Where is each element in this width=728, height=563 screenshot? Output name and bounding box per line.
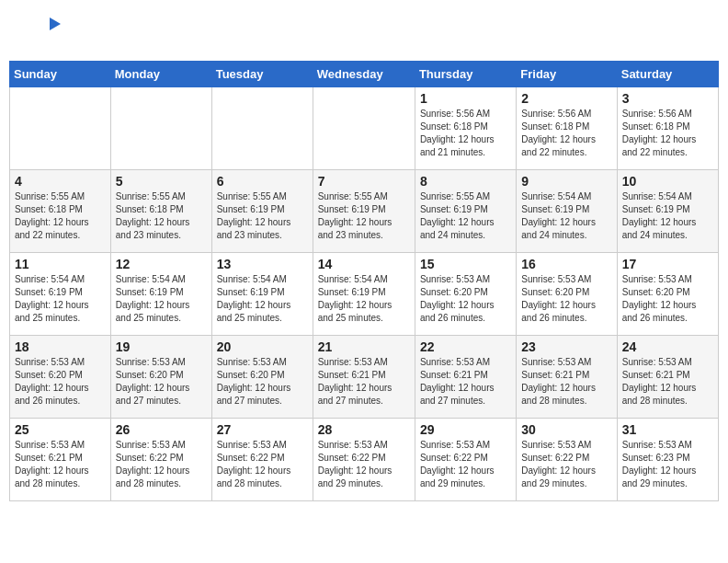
day-cell: 11Sunrise: 5:54 AM Sunset: 6:19 PM Dayli…: [10, 253, 111, 336]
day-info: Sunrise: 5:54 AM Sunset: 6:19 PM Dayligh…: [622, 190, 713, 242]
page-header: [9, 9, 719, 53]
week-row-3: 11Sunrise: 5:54 AM Sunset: 6:19 PM Dayli…: [10, 253, 719, 336]
day-info: Sunrise: 5:53 AM Sunset: 6:21 PM Dayligh…: [622, 356, 713, 408]
day-info: Sunrise: 5:56 AM Sunset: 6:18 PM Dayligh…: [420, 108, 511, 159]
day-info: Sunrise: 5:53 AM Sunset: 6:22 PM Dayligh…: [217, 439, 308, 490]
day-number: 24: [622, 339, 713, 354]
day-number: 23: [521, 339, 611, 354]
day-cell: 16Sunrise: 5:53 AM Sunset: 6:20 PM Dayli…: [517, 253, 617, 336]
day-number: 13: [217, 257, 308, 271]
day-info: Sunrise: 5:53 AM Sunset: 6:23 PM Dayligh…: [622, 439, 713, 490]
day-cell: 31Sunrise: 5:53 AM Sunset: 6:23 PM Dayli…: [617, 419, 718, 501]
day-number: 31: [622, 422, 713, 437]
day-info: Sunrise: 5:53 AM Sunset: 6:20 PM Dayligh…: [15, 356, 106, 408]
day-info: Sunrise: 5:53 AM Sunset: 6:20 PM Dayligh…: [116, 356, 207, 408]
day-number: 11: [15, 257, 106, 271]
day-info: Sunrise: 5:53 AM Sunset: 6:21 PM Dayligh…: [318, 356, 410, 408]
weekday-header-tuesday: Tuesday: [211, 62, 313, 87]
day-number: 6: [217, 174, 308, 189]
day-number: 25: [15, 422, 106, 437]
day-number: 30: [521, 422, 611, 437]
day-cell: 21Sunrise: 5:53 AM Sunset: 6:21 PM Dayli…: [313, 336, 415, 419]
day-cell: [313, 87, 415, 170]
day-cell: 6Sunrise: 5:55 AM Sunset: 6:19 PM Daylig…: [211, 170, 313, 253]
day-cell: 14Sunrise: 5:54 AM Sunset: 6:19 PM Dayli…: [313, 253, 415, 336]
day-info: Sunrise: 5:53 AM Sunset: 6:20 PM Dayligh…: [622, 273, 713, 325]
day-cell: 28Sunrise: 5:53 AM Sunset: 6:22 PM Dayli…: [313, 419, 415, 501]
day-number: 19: [116, 339, 207, 354]
day-number: 2: [521, 91, 611, 106]
day-info: Sunrise: 5:53 AM Sunset: 6:21 PM Dayligh…: [15, 439, 106, 490]
day-cell: 27Sunrise: 5:53 AM Sunset: 6:22 PM Dayli…: [211, 419, 313, 501]
day-number: 26: [116, 422, 207, 437]
day-info: Sunrise: 5:56 AM Sunset: 6:18 PM Dayligh…: [622, 108, 713, 159]
day-number: 7: [318, 174, 410, 189]
week-row-4: 18Sunrise: 5:53 AM Sunset: 6:20 PM Dayli…: [10, 336, 719, 419]
day-number: 10: [622, 174, 713, 189]
day-cell: [10, 87, 111, 170]
day-cell: 2Sunrise: 5:56 AM Sunset: 6:18 PM Daylig…: [517, 87, 617, 170]
day-number: 16: [521, 257, 611, 271]
day-number: 21: [318, 339, 410, 354]
day-number: 5: [116, 174, 207, 189]
day-number: 22: [420, 339, 511, 354]
week-row-1: 1Sunrise: 5:56 AM Sunset: 6:18 PM Daylig…: [10, 87, 719, 170]
day-number: 28: [318, 422, 410, 437]
day-number: 8: [420, 174, 511, 189]
day-cell: 17Sunrise: 5:53 AM Sunset: 6:20 PM Dayli…: [617, 253, 718, 336]
day-cell: 3Sunrise: 5:56 AM Sunset: 6:18 PM Daylig…: [617, 87, 718, 170]
day-cell: 24Sunrise: 5:53 AM Sunset: 6:21 PM Dayli…: [617, 336, 718, 419]
weekday-header-sunday: Sunday: [10, 62, 111, 87]
week-row-2: 4Sunrise: 5:55 AM Sunset: 6:18 PM Daylig…: [10, 170, 719, 253]
day-info: Sunrise: 5:53 AM Sunset: 6:22 PM Dayligh…: [116, 439, 207, 490]
day-cell: 1Sunrise: 5:56 AM Sunset: 6:18 PM Daylig…: [415, 87, 516, 170]
day-cell: 20Sunrise: 5:53 AM Sunset: 6:20 PM Dayli…: [211, 336, 313, 419]
day-info: Sunrise: 5:54 AM Sunset: 6:19 PM Dayligh…: [15, 273, 106, 325]
day-info: Sunrise: 5:53 AM Sunset: 6:21 PM Dayligh…: [521, 356, 611, 408]
day-info: Sunrise: 5:54 AM Sunset: 6:19 PM Dayligh…: [521, 190, 611, 242]
day-cell: 12Sunrise: 5:54 AM Sunset: 6:19 PM Dayli…: [110, 253, 211, 336]
day-info: Sunrise: 5:53 AM Sunset: 6:22 PM Dayligh…: [318, 439, 410, 490]
day-info: Sunrise: 5:54 AM Sunset: 6:19 PM Dayligh…: [318, 273, 410, 325]
day-cell: 23Sunrise: 5:53 AM Sunset: 6:21 PM Dayli…: [517, 336, 617, 419]
day-cell: 26Sunrise: 5:53 AM Sunset: 6:22 PM Dayli…: [110, 419, 211, 501]
day-number: 3: [622, 91, 713, 106]
day-cell: 15Sunrise: 5:53 AM Sunset: 6:20 PM Dayli…: [415, 253, 516, 336]
logo: [17, 13, 63, 50]
day-info: Sunrise: 5:53 AM Sunset: 6:20 PM Dayligh…: [420, 273, 511, 325]
day-number: 12: [116, 257, 207, 271]
day-number: 9: [521, 174, 611, 189]
day-info: Sunrise: 5:55 AM Sunset: 6:18 PM Dayligh…: [15, 190, 106, 242]
day-info: Sunrise: 5:54 AM Sunset: 6:19 PM Dayligh…: [217, 273, 308, 325]
day-number: 14: [318, 257, 410, 271]
calendar-table: SundayMondayTuesdayWednesdayThursdayFrid…: [9, 61, 719, 501]
day-cell: 13Sunrise: 5:54 AM Sunset: 6:19 PM Dayli…: [211, 253, 313, 336]
day-number: 18: [15, 339, 106, 354]
day-info: Sunrise: 5:56 AM Sunset: 6:18 PM Dayligh…: [521, 108, 611, 159]
day-cell: 22Sunrise: 5:53 AM Sunset: 6:21 PM Dayli…: [415, 336, 516, 419]
logo-svg: [17, 13, 63, 50]
day-number: 29: [420, 422, 511, 437]
day-info: Sunrise: 5:53 AM Sunset: 6:20 PM Dayligh…: [521, 273, 611, 325]
day-cell: 19Sunrise: 5:53 AM Sunset: 6:20 PM Dayli…: [110, 336, 211, 419]
weekday-header-monday: Monday: [110, 62, 211, 87]
day-cell: 18Sunrise: 5:53 AM Sunset: 6:20 PM Dayli…: [10, 336, 111, 419]
day-number: 20: [217, 339, 308, 354]
day-cell: 4Sunrise: 5:55 AM Sunset: 6:18 PM Daylig…: [10, 170, 111, 253]
day-cell: [211, 87, 313, 170]
day-info: Sunrise: 5:53 AM Sunset: 6:22 PM Dayligh…: [420, 439, 511, 490]
day-info: Sunrise: 5:55 AM Sunset: 6:19 PM Dayligh…: [318, 190, 410, 242]
day-number: 15: [420, 257, 511, 271]
day-info: Sunrise: 5:55 AM Sunset: 6:19 PM Dayligh…: [217, 190, 308, 242]
svg-marker-0: [50, 17, 61, 30]
day-cell: 10Sunrise: 5:54 AM Sunset: 6:19 PM Dayli…: [617, 170, 718, 253]
day-info: Sunrise: 5:53 AM Sunset: 6:21 PM Dayligh…: [420, 356, 511, 408]
weekday-header-saturday: Saturday: [617, 62, 718, 87]
weekday-header-wednesday: Wednesday: [313, 62, 415, 87]
day-cell: 5Sunrise: 5:55 AM Sunset: 6:18 PM Daylig…: [110, 170, 211, 253]
day-cell: 29Sunrise: 5:53 AM Sunset: 6:22 PM Dayli…: [415, 419, 516, 501]
week-row-5: 25Sunrise: 5:53 AM Sunset: 6:21 PM Dayli…: [10, 419, 719, 501]
day-number: 27: [217, 422, 308, 437]
day-cell: 7Sunrise: 5:55 AM Sunset: 6:19 PM Daylig…: [313, 170, 415, 253]
day-number: 4: [15, 174, 106, 189]
